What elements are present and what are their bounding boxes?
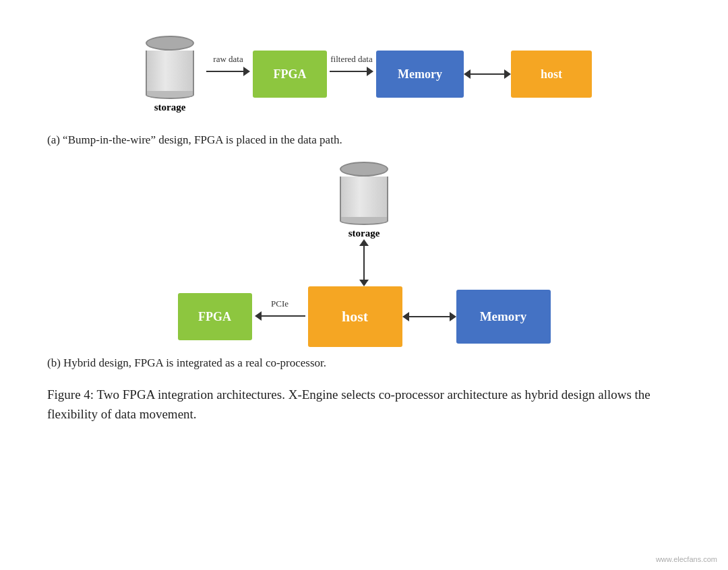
watermark: www.elecfans.com	[656, 555, 717, 563]
figure-caption: Figure 4: Two FPGA integration architect…	[40, 385, 688, 424]
storage-label-b: storage	[348, 228, 380, 239]
memory-box-b: Memory	[456, 290, 551, 344]
raw-data-label: raw data	[213, 54, 243, 65]
bidirect-arrow	[464, 69, 511, 79]
arrow-down-line-b	[363, 246, 365, 280]
cylinder-body-b	[340, 177, 388, 217]
arrow-head-left-b	[402, 312, 409, 321]
cylinder-bottom	[146, 91, 194, 99]
arrow-filtered-data: filtered data	[330, 54, 373, 95]
pcie-label: PCIe	[271, 298, 289, 309]
host-box-b: host	[308, 286, 402, 347]
arrow-bidirect-a	[464, 69, 511, 79]
arrow-line-3	[471, 73, 504, 75]
arrow-head-left-a	[464, 69, 471, 79]
arrow-pcie-line	[255, 311, 305, 321]
bidirect-arrow-b	[402, 312, 456, 321]
arrow-line-2	[330, 71, 367, 72]
diagram-b-row: FPGA PCIe host Memory	[178, 286, 551, 347]
arrow-raw-data: raw data	[206, 54, 250, 95]
arrow-head-1	[243, 67, 250, 76]
arrow-head-down-b	[359, 280, 369, 286]
fpga-box-b: FPGA	[178, 293, 252, 340]
cylinder-body	[146, 51, 194, 91]
memory-box-a: Memory	[376, 51, 464, 98]
filtered-data-label: filtered data	[330, 54, 372, 65]
cylinder-top-b	[340, 162, 388, 177]
fpga-box-a: FPGA	[253, 51, 327, 98]
caption-a: (a) “Bump-in-the-wire” design, FPGA is p…	[40, 133, 688, 147]
host-box-a: host	[511, 51, 592, 98]
arrow-right-1	[206, 67, 250, 76]
cylinder-bottom-b	[340, 217, 388, 225]
diagram-b-storage: storage	[330, 162, 398, 286]
arrow-right-2	[330, 67, 373, 76]
arrow-pcie: PCIe	[255, 298, 305, 336]
arrow-head-up-b	[359, 239, 369, 246]
diagram-a: storage raw data FPGA filtered data Memo…	[40, 27, 688, 121]
arrow-line-1	[206, 71, 243, 72]
storage-cylinder-b: storage	[330, 162, 398, 239]
arrow-line-bm	[409, 316, 450, 317]
cylinder-top	[146, 36, 194, 51]
storage-label-a: storage	[154, 102, 186, 113]
arrow-line-pcie	[262, 315, 305, 317]
arrow-head-right-b	[450, 312, 456, 321]
storage-cylinder-a: storage	[136, 36, 204, 113]
arrow-head-pcie	[255, 311, 262, 321]
diagram-b: storage FPGA PCIe host	[40, 162, 688, 347]
arrow-host-memory	[402, 312, 456, 321]
arrow-head-2	[367, 67, 373, 76]
arrow-head-right-a	[504, 69, 511, 79]
caption-b: (b) Hybrid design, FPGA is integrated as…	[40, 356, 688, 370]
arrow-down-b	[359, 239, 369, 286]
